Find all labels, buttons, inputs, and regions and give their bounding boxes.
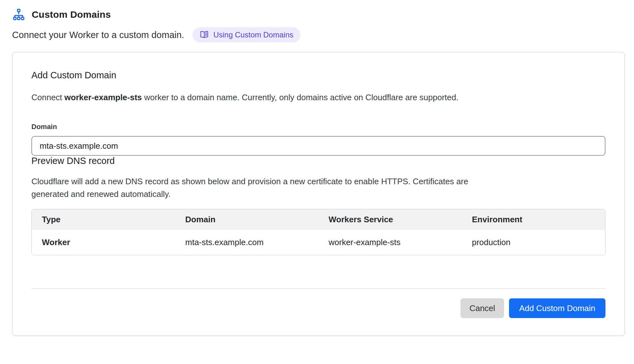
cancel-button[interactable]: Cancel [461,298,504,318]
card-title: Add Custom Domain [31,70,605,81]
page-title-row: Custom Domains [12,8,625,21]
custom-domains-page: Custom Domains Connect your Worker to a … [0,0,634,336]
cell-environment: production [462,230,605,255]
footer-divider [31,288,605,289]
preview-dns-description: Cloudflare will add a new DNS record as … [31,175,501,201]
preview-dns-title: Preview DNS record [31,156,605,166]
col-header-environment: Environment [462,209,605,230]
add-custom-domain-card: Add Custom Domain Connect worker-example… [12,52,625,336]
using-custom-domains-label: Using Custom Domains [213,30,293,40]
page-header: Custom Domains Connect your Worker to a … [12,8,625,42]
cell-workers-service: worker-example-sts [318,230,462,255]
add-custom-domain-button[interactable]: Add Custom Domain [509,298,605,318]
dns-preview-table: Type Domain Workers Service Environment … [31,209,605,255]
using-custom-domains-link[interactable]: Using Custom Domains [193,27,300,42]
page-subtitle-row: Connect your Worker to a custom domain. … [12,27,625,42]
worker-name: worker-example-sts [64,93,142,102]
card-intro-text: Connect worker-example-sts worker to a d… [31,93,605,102]
col-header-domain: Domain [175,209,318,230]
cell-type: Worker [32,230,175,255]
col-header-workers-service: Workers Service [318,209,462,230]
intro-suffix: worker to a domain name. Currently, only… [142,93,458,102]
open-book-icon [199,30,209,40]
domain-label: Domain [31,123,605,131]
domain-field-group: Domain [31,123,605,156]
cell-domain: mta-sts.example.com [175,230,318,255]
domain-input[interactable] [31,136,605,156]
col-header-type: Type [32,209,175,230]
table-header-row: Type Domain Workers Service Environment [32,209,605,230]
sitemap-icon [12,8,25,21]
dialog-footer: Cancel Add Custom Domain [31,298,605,318]
page-subtitle: Connect your Worker to a custom domain. [12,30,184,40]
intro-prefix: Connect [31,93,64,102]
page-title: Custom Domains [32,9,111,20]
table-row: Worker mta-sts.example.com worker-exampl… [32,230,605,255]
